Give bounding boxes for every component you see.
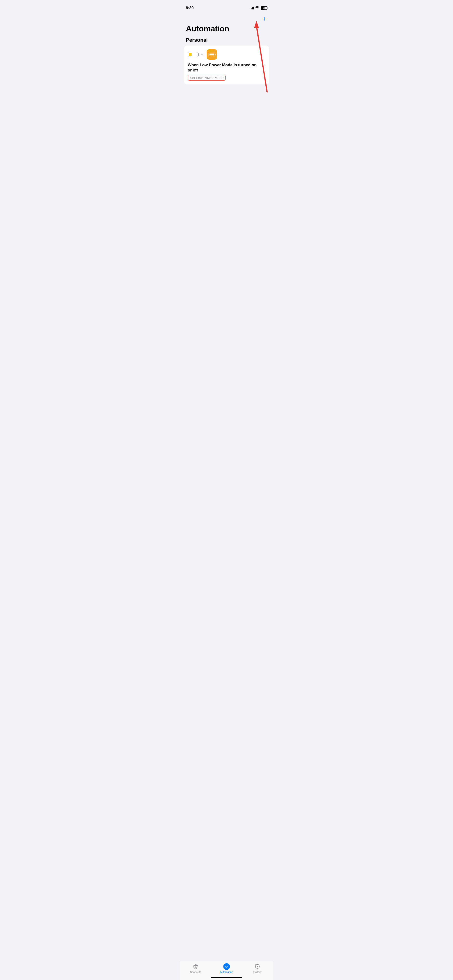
wifi-icon — [255, 6, 259, 10]
status-bar: 8:39 54 — [180, 0, 273, 13]
card-description: When Low Power Mode is turned on or off — [188, 62, 265, 73]
battery-icon: 54 — [261, 6, 267, 10]
card-action: Set Low Power Mode — [188, 75, 226, 81]
card-icons-row: → — [188, 49, 265, 60]
signal-bars-icon — [250, 6, 254, 10]
low-power-mode-icon — [207, 49, 217, 60]
automation-card[interactable]: → When Low Power Mode is turned on or of… — [184, 46, 269, 84]
status-time: 8:39 — [186, 6, 194, 10]
battery-empty-icon — [188, 52, 198, 57]
arrow-right-icon: → — [201, 52, 204, 57]
page-title: Automation — [180, 23, 273, 35]
add-button[interactable]: + — [262, 14, 267, 23]
status-icons: 54 — [250, 6, 267, 10]
section-title: Personal — [180, 35, 273, 46]
card-chevron: › — [264, 62, 265, 67]
header-area: + — [180, 13, 273, 23]
